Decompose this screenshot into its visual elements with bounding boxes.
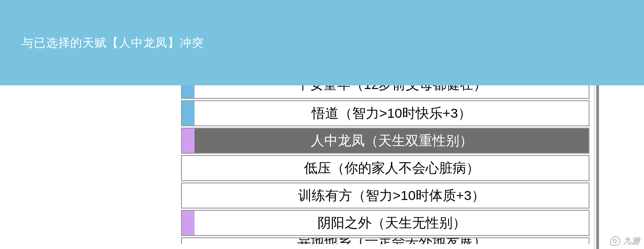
rarity-swatch-none [182, 238, 195, 244]
talent-row[interactable]: 低压（你的家人不会心脏病） [181, 155, 590, 181]
page-edge-inner [594, 85, 595, 249]
talent-list: 平安童年（12岁前父母都健在） 悟道（智力>10时快乐+3） 人中龙凤（天生双重… [181, 86, 590, 244]
talent-label: 悟道（智力>10时快乐+3） [195, 104, 589, 123]
rarity-swatch-blue [182, 85, 195, 98]
rarity-swatch-purple [182, 211, 195, 235]
conflict-banner: 与已选择的天赋【人中龙凤】冲突 [0, 0, 644, 85]
rarity-swatch-none [182, 156, 195, 180]
talent-row[interactable]: 阴阳之外（天生无性别） [181, 210, 590, 236]
talent-label: 异地他乡（一定会去外地发展） [195, 237, 589, 244]
rarity-swatch-purple [182, 129, 195, 153]
page-edge [596, 85, 599, 249]
talent-label: 训练有方（智力>10时体质+3） [195, 187, 589, 205]
talent-label: 低压（你的家人不会心脏病） [195, 159, 589, 178]
watermark-logo-icon [609, 236, 621, 246]
talent-label: 阴阳之外（天生无性别） [195, 214, 589, 232]
talent-label: 平安童年（12岁前父母都健在） [195, 85, 589, 94]
rarity-swatch-blue [182, 101, 195, 125]
talent-row[interactable]: 平安童年（12岁前父母都健在） [181, 85, 590, 99]
watermark: 九游 [609, 236, 640, 246]
watermark-text: 九游 [623, 236, 640, 246]
rarity-swatch-none [182, 183, 195, 208]
talent-row[interactable]: 异地他乡（一定会去外地发展） [181, 237, 590, 244]
content-area: 平安童年（12岁前父母都健在） 悟道（智力>10时快乐+3） 人中龙凤（天生双重… [0, 85, 644, 244]
conflict-message: 与已选择的天赋【人中龙凤】冲突 [22, 35, 204, 51]
talent-row[interactable]: 悟道（智力>10时快乐+3） [181, 100, 590, 126]
talent-row[interactable]: 训练有方（智力>10时体质+3） [181, 182, 590, 209]
talent-row-selected[interactable]: 人中龙凤（天生双重性别） [181, 128, 590, 154]
talent-label: 人中龙凤（天生双重性别） [195, 132, 589, 150]
